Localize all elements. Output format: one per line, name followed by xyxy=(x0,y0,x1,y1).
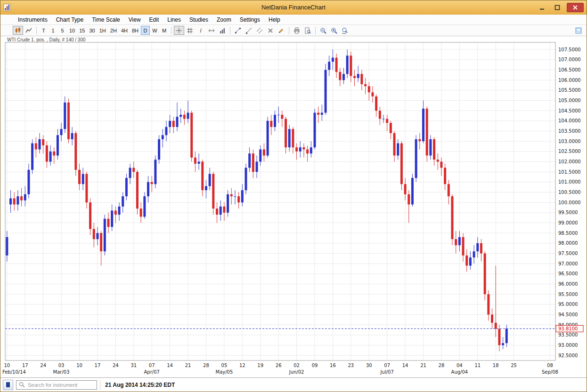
interval-button-4h[interactable]: 4H xyxy=(119,26,130,35)
channel-button[interactable] xyxy=(254,26,265,35)
candle-body xyxy=(288,129,291,147)
search-input[interactable] xyxy=(27,382,94,388)
menu-chart-type[interactable]: Chart Type xyxy=(52,16,88,24)
measure-icon xyxy=(208,27,215,34)
instrument-label: WTI Crude 1. pos. , Daily, # 140 / 300 xyxy=(7,37,86,42)
candle-body xyxy=(39,139,41,150)
search-icon xyxy=(19,382,25,388)
menu-time-scale[interactable]: Time Scale xyxy=(88,16,124,24)
svg-text:99.5000: 99.5000 xyxy=(558,210,578,215)
candle-body xyxy=(465,256,468,266)
interval-button-15[interactable]: 15 xyxy=(77,26,87,35)
interval-button-30[interactable]: 30 xyxy=(88,26,97,35)
print-button[interactable] xyxy=(292,26,302,35)
svg-text:May/05: May/05 xyxy=(216,369,233,375)
interval-button-1[interactable]: 1 xyxy=(49,26,57,35)
svg-text:97.5000: 97.5000 xyxy=(558,251,578,256)
chart-style-candlestick-button[interactable] xyxy=(13,26,23,35)
zoom-in-button[interactable] xyxy=(329,26,339,35)
candle-body xyxy=(302,147,305,149)
candle-body xyxy=(252,153,254,172)
info-button[interactable]: i xyxy=(196,26,206,35)
svg-text:98.5000: 98.5000 xyxy=(558,231,578,236)
menu-studies[interactable]: Studies xyxy=(185,16,212,24)
svg-text:Feb/10/14: Feb/10/14 xyxy=(2,369,26,375)
volume-button[interactable] xyxy=(217,26,228,35)
candle-body xyxy=(57,135,59,155)
crosshair-button[interactable] xyxy=(174,26,184,35)
candle-body xyxy=(165,127,167,135)
interval-button-8h[interactable]: 8H xyxy=(130,26,140,35)
candle-body xyxy=(256,162,258,172)
svg-text:02: 02 xyxy=(294,363,300,368)
menu-edit[interactable]: Edit xyxy=(145,16,163,24)
grid-button[interactable] xyxy=(185,26,195,35)
svg-text:93.5000: 93.5000 xyxy=(558,332,578,337)
minimize-button[interactable] xyxy=(537,4,548,11)
minimize-icon xyxy=(539,5,545,10)
interval-button-d[interactable]: D xyxy=(141,26,150,35)
candle-body xyxy=(339,72,341,80)
candle-body xyxy=(292,129,294,147)
chart-style-line-button[interactable] xyxy=(24,26,34,35)
volume-icon xyxy=(219,27,226,34)
svg-text:17: 17 xyxy=(95,363,101,368)
candle-body xyxy=(418,139,421,141)
svg-text:Apr/07: Apr/07 xyxy=(144,369,160,375)
print-preview-button[interactable] xyxy=(302,26,313,35)
svg-text:95.0000: 95.0000 xyxy=(558,302,578,307)
svg-text:97.0000: 97.0000 xyxy=(558,261,578,266)
candle-body xyxy=(111,211,113,227)
candle-body xyxy=(321,113,323,115)
candle-body xyxy=(93,229,95,240)
interval-button-w[interactable]: W xyxy=(150,26,159,35)
measure-button[interactable] xyxy=(206,26,217,35)
menu-settings[interactable]: Settings xyxy=(236,16,264,24)
candle-body xyxy=(317,113,319,115)
menu-help[interactable]: Help xyxy=(264,16,285,24)
toolbar-separator xyxy=(289,27,289,34)
window-controls xyxy=(537,3,584,12)
candle-body xyxy=(216,208,218,215)
interval-button-m[interactable]: M xyxy=(160,26,169,35)
candle-body xyxy=(263,150,265,156)
instrument-panel-button[interactable] xyxy=(3,380,13,390)
search-box[interactable] xyxy=(16,380,97,390)
zoom-out-button[interactable] xyxy=(318,26,328,35)
candle-body xyxy=(46,145,48,162)
interval-button-2h[interactable]: 2H xyxy=(108,26,119,35)
candle-body xyxy=(31,144,33,170)
svg-text:103.5000: 103.5000 xyxy=(558,128,581,134)
svg-text:105.5000: 105.5000 xyxy=(558,88,581,93)
zoom-reset-button[interactable] xyxy=(340,26,350,35)
interval-button-t[interactable]: T xyxy=(39,26,48,35)
chart-panel-button[interactable] xyxy=(573,26,584,35)
edit-drawings-button[interactable] xyxy=(276,26,286,35)
svg-text:24: 24 xyxy=(40,363,46,368)
menu-lines[interactable]: Lines xyxy=(163,16,185,24)
menu-view[interactable]: View xyxy=(124,16,145,24)
interval-button-5[interactable]: 5 xyxy=(58,26,67,35)
maximize-button[interactable] xyxy=(552,4,563,11)
trendline-button[interactable] xyxy=(233,26,243,35)
interval-button-1h[interactable]: 1H xyxy=(98,26,108,35)
svg-text:24: 24 xyxy=(113,363,119,368)
svg-text:26: 26 xyxy=(276,363,282,368)
candle-body xyxy=(118,207,121,215)
delete-drawings-button[interactable] xyxy=(265,26,276,35)
svg-text:07: 07 xyxy=(149,363,155,368)
menu-zoom[interactable]: Zoom xyxy=(212,16,236,24)
candle-body xyxy=(24,194,26,200)
svg-text:104.5000: 104.5000 xyxy=(558,108,581,113)
close-button[interactable] xyxy=(567,3,584,12)
menu-instruments[interactable]: Instruments xyxy=(14,16,52,24)
interval-button-10[interactable]: 10 xyxy=(67,26,77,35)
candle-body xyxy=(368,86,370,92)
ray-line-button[interactable] xyxy=(244,26,254,35)
svg-text:19: 19 xyxy=(257,363,263,368)
svg-text:12: 12 xyxy=(239,363,245,368)
candle-body xyxy=(147,182,149,196)
candle-body xyxy=(209,174,211,186)
price-chart[interactable]: 92.500093.000093.500094.000094.500095.00… xyxy=(0,36,587,377)
zoom-out-icon xyxy=(320,27,326,34)
